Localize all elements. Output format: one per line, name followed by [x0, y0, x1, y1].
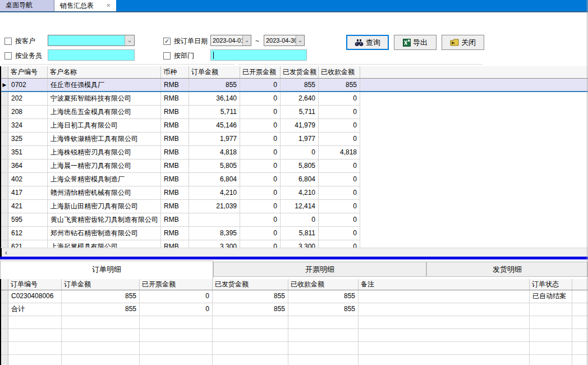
scroll-left-icon[interactable]: ‹	[5, 249, 7, 257]
grid-cell	[140, 316, 213, 329]
empty-row[interactable]	[1, 329, 588, 342]
column-header[interactable]: 已发货金额	[281, 66, 319, 78]
chevron-down-icon[interactable]: ⌄	[296, 35, 304, 45]
tab-shipment-detail[interactable]: 发货明细	[426, 262, 588, 277]
tab-sales-summary[interactable]: 销售汇总表 ×	[54, 0, 116, 11]
column-header[interactable]: 客户名称	[48, 66, 161, 78]
row-selector-header	[1, 66, 8, 78]
grid-cell: 0	[319, 240, 360, 248]
table-row[interactable]: 202宁波夏拓智能科技有限公司RMB36,14002,6400	[1, 92, 588, 106]
tab-invoice-detail[interactable]: 开票明细	[213, 262, 426, 277]
empty-row[interactable]	[1, 342, 588, 355]
column-header[interactable]: 订单状态	[530, 279, 572, 290]
row-selector-cell[interactable]	[1, 200, 8, 213]
chevron-down-icon[interactable]: ⌄	[242, 35, 251, 45]
by-salesman-checkbox[interactable]	[4, 52, 12, 60]
row-selector-cell[interactable]	[1, 92, 8, 106]
row-filler	[360, 133, 588, 146]
query-button-label: 查询	[366, 38, 380, 48]
row-selector-cell[interactable]	[1, 329, 8, 342]
table-row[interactable]: 417赣州清怡精密机械有限公司RMB4,21004,2100	[1, 186, 588, 200]
row-selector-cell[interactable]	[1, 213, 8, 227]
row-selector-cell[interactable]	[1, 146, 8, 159]
grid-cell: 上海晨一精密刀具有限公司	[48, 159, 161, 173]
splitter-bar[interactable]	[0, 257, 588, 259]
row-selector-cell[interactable]	[1, 106, 8, 119]
table-row[interactable]: 208上海统岳五金模具有限公司RMB5,71105,7110	[1, 106, 588, 119]
grid-cell: 0	[140, 303, 213, 316]
row-selector-cell[interactable]	[1, 316, 8, 329]
chevron-down-icon[interactable]: ⌄	[125, 35, 134, 45]
grid-cell: 上海起翼模具有限公司	[48, 240, 161, 248]
export-button-label: 导出	[413, 38, 428, 48]
grid-cell: 上海新山田精密刀具有限公司	[48, 200, 161, 213]
column-header[interactable]: 订单金额	[62, 279, 140, 290]
grid-cell	[140, 355, 213, 365]
grid-cell: 0	[240, 79, 281, 91]
row-selector-cell[interactable]	[1, 133, 8, 146]
row-selector-cell[interactable]	[1, 119, 8, 133]
column-header[interactable]: 备注	[359, 279, 530, 290]
binoculars-icon	[355, 39, 364, 47]
column-header[interactable]: 已开票金额	[240, 66, 281, 78]
row-selector-cell[interactable]	[1, 342, 8, 355]
grid-cell: 上海众誉精密模具制造厂	[48, 173, 161, 186]
grid-cell: 0	[240, 186, 281, 200]
close-tab-icon[interactable]: ×	[106, 1, 111, 11]
date-from-combobox[interactable]: 2023-04-01 ⌄	[210, 35, 251, 46]
tab-desktop-navigation[interactable]: 桌面导航	[0, 0, 54, 11]
tab-order-detail[interactable]: 订单明细	[0, 261, 213, 279]
column-header[interactable]: 已开票金额	[140, 279, 213, 290]
table-row[interactable]: 595黄山飞黄精密齿轮刀具制造有限公司RMB000	[1, 213, 588, 227]
table-row[interactable]: C02304080068550855855已自动结案	[1, 290, 588, 303]
grid-cell: 324	[8, 119, 48, 133]
grid-cell: RMB	[161, 106, 189, 119]
grid-cell: 上海日初工具有限公司	[48, 119, 161, 133]
column-header[interactable]: 订单编号	[8, 279, 62, 290]
table-row[interactable]: 合计8550855855	[1, 303, 588, 316]
row-selector-cell[interactable]	[1, 173, 8, 186]
grid-cell	[62, 316, 140, 329]
date-to-combobox[interactable]: 2023-04-30 ⌄	[264, 35, 305, 46]
table-row[interactable]: 324上海日初工具有限公司RMB45,146041,9790	[1, 119, 588, 133]
column-header[interactable]: 客户编号	[8, 66, 48, 78]
row-filler	[360, 79, 588, 91]
row-selector-cell[interactable]	[1, 355, 8, 365]
row-selector-cell[interactable]	[1, 159, 8, 173]
row-selector-cell[interactable]	[1, 227, 8, 240]
query-button[interactable]: 查询	[346, 35, 389, 50]
column-header[interactable]: 币种	[161, 66, 189, 78]
department-input[interactable]	[210, 49, 307, 61]
grid-cell: 0	[240, 119, 281, 133]
grid-cell: 325	[8, 133, 48, 146]
grid-header-row: 订单编号订单金额已开票金额已发货金额已收款金额备注订单状态	[1, 279, 588, 290]
table-row[interactable]: 621上海起翼模具有限公司RMB3,30003,3000	[1, 240, 588, 248]
by-department-checkbox[interactable]	[163, 52, 171, 60]
row-selector-cell[interactable]	[1, 290, 8, 303]
table-row[interactable]: 351上海株锐精密刃具有限公司RMB4,818004,818	[1, 146, 588, 159]
row-selector-cell[interactable]	[1, 303, 8, 316]
column-header[interactable]: 已发货金额	[213, 279, 288, 290]
export-button[interactable]: 导出	[394, 35, 437, 50]
by-customer-checkbox[interactable]	[4, 38, 12, 45]
empty-row[interactable]	[1, 355, 588, 365]
customer-combobox[interactable]: ⌄	[48, 35, 135, 46]
salesman-input[interactable]	[48, 49, 135, 61]
column-header[interactable]: 订单金额	[189, 66, 240, 78]
table-row[interactable]: 364上海晨一精密刀具有限公司RMB5,80505,8050	[1, 159, 588, 173]
horizontal-scrollbar[interactable]: ‹	[0, 248, 588, 257]
table-row[interactable]: 402上海众誉精密模具制造厂RMB6,80406,8040	[1, 173, 588, 186]
table-row[interactable]: 325上海锋钦灏精密工具有限公司RMB1,97701,9770	[1, 133, 588, 146]
column-header[interactable]: 已收款金额	[288, 279, 359, 290]
by-department-label: 按部门	[174, 51, 194, 61]
table-row[interactable]: 612郑州市钻石精密制造有限公司RMB8,39505,8110	[1, 227, 588, 240]
row-selector-cell[interactable]	[1, 186, 8, 200]
empty-row[interactable]	[1, 316, 588, 329]
current-row-arrow-icon[interactable]: ▶	[1, 79, 8, 91]
close-button[interactable]: 关闭	[442, 35, 484, 50]
column-header[interactable]: 已收款金额	[319, 66, 360, 78]
row-selector-cell[interactable]	[1, 240, 8, 248]
by-order-date-checkbox[interactable]: ✓	[163, 38, 171, 45]
table-row[interactable]: 421上海新山田精密刀具有限公司RMB21,039012,4140	[1, 200, 588, 213]
table-row[interactable]: ▶0702任丘市任强模具厂RMB8550855855	[1, 79, 588, 92]
